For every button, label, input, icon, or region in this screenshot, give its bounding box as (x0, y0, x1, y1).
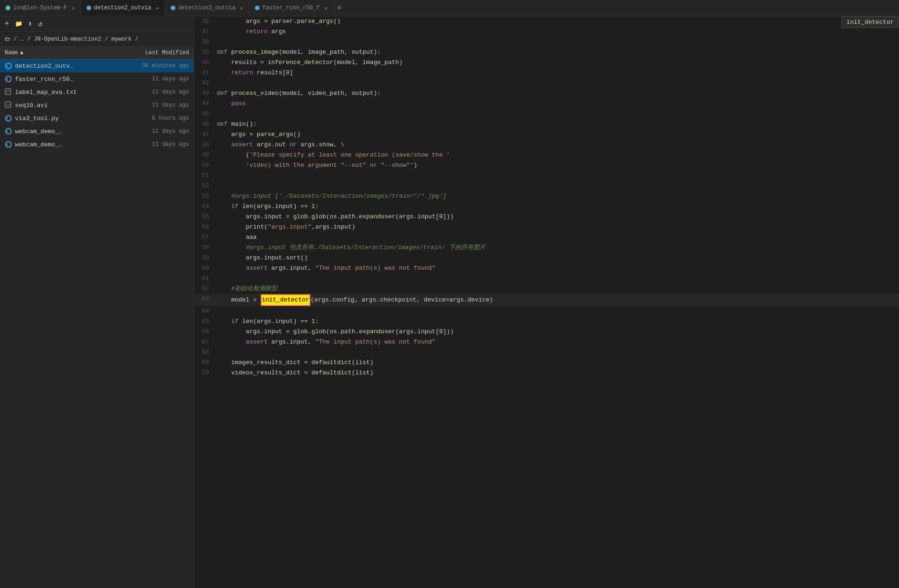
line-number: 66 (194, 327, 217, 337)
tab-label-faster-rcnn: faster_rcnn_r50_f (262, 5, 319, 11)
line-content (217, 273, 899, 284)
column-modified[interactable]: Last Modified (128, 50, 189, 56)
line-content: assert args.out or args.show, \ (217, 140, 899, 150)
tab-label-detection2-2: detection2_outvia (178, 5, 235, 11)
code-line: 52 (194, 181, 899, 191)
line-content: args.input = glob.glob(os.path.expanduse… (217, 327, 899, 337)
code-line: 62 #初始化检测模型 (194, 284, 899, 294)
line-content: def main(): (217, 119, 899, 129)
main-layout: + 📁 ⬆ ↺ 🗁 / … / JN-OpenLib-mmaction2 / m… (0, 16, 899, 588)
file-item[interactable]: AVIseq10.avi11 days ago (0, 99, 194, 112)
line-number: 50 (194, 160, 217, 171)
line-content: #args.input 包含所有./Datasets/Interaction/i… (217, 243, 899, 253)
line-content: args = parse_args() (217, 129, 899, 140)
file-name: webcam_demo_… (15, 128, 128, 135)
tab-close-detection2-2[interactable]: ✕ (240, 5, 243, 11)
code-line: 69 images_results_dict = defaultdict(lis… (194, 358, 899, 368)
tab-icon-detection2-2 (171, 6, 175, 10)
python-file-icon (5, 75, 12, 83)
code-line: 44 pass (194, 99, 899, 109)
column-modified-label: Last Modified (145, 50, 189, 56)
file-modified: 8 hours ago (128, 115, 189, 122)
line-number: 63 (194, 294, 217, 306)
code-line: 40 results = inference_detector(model, i… (194, 57, 899, 68)
tab-close-faster-rcnn[interactable]: ✕ (324, 5, 327, 11)
tab-close-detection2-1[interactable]: ✕ (156, 5, 159, 11)
svg-text:AVI: AVI (6, 104, 11, 107)
python-file-icon (5, 128, 12, 135)
line-number: 42 (194, 78, 217, 88)
file-item[interactable]: webcam_demo_…11 days ago (0, 125, 194, 138)
tab-faster-rcnn[interactable]: faster_rcnn_r50_f ✕ (249, 0, 334, 16)
file-item[interactable]: label_map_ava.txt11 days ago (0, 86, 194, 99)
code-line: 45 (194, 109, 899, 119)
line-content (217, 347, 899, 358)
line-content: if len(args.input) == 1: (217, 201, 899, 212)
code-line: 60 assert args.input, "The input path(s)… (194, 263, 899, 273)
file-name: label_map_ava.txt (15, 89, 128, 96)
svg-rect-4 (5, 89, 11, 94)
code-line: 54 if len(args.input) == 1: (194, 201, 899, 212)
line-number: 41 (194, 68, 217, 78)
line-content: aaa (217, 232, 899, 243)
tab-overflow-button[interactable]: ≡ (334, 0, 345, 16)
code-line: 48 assert args.out or args.show, \ (194, 140, 899, 150)
code-line: 65 if len(args.input) == 1: (194, 316, 899, 327)
code-line: 64 (194, 306, 899, 316)
breadcrumb-text: 🗁 / … / JN-OpenLib-mmaction2 / mywork / (5, 36, 138, 43)
file-list-header: Name ▲ Last Modified (0, 47, 194, 59)
breadcrumb: 🗁 / … / JN-OpenLib-mmaction2 / mywork / (0, 32, 194, 47)
code-line: 70 videos_results_dict = defaultdict(lis… (194, 368, 899, 378)
tab-detection2-2[interactable]: detection2_outvia ✕ (165, 0, 249, 16)
tab-terminal[interactable]: lxn@lxn-System-F ✕ (0, 0, 81, 16)
new-file-icon[interactable]: + (5, 20, 9, 28)
refresh-icon[interactable]: ↺ (38, 19, 43, 29)
sidebar-toolbar: + 📁 ⬆ ↺ (0, 16, 194, 32)
file-item[interactable]: detection2_outv…36 minutes ago (0, 59, 194, 72)
line-number: 58 (194, 243, 217, 253)
line-number: 48 (194, 140, 217, 150)
line-number: 36 (194, 16, 217, 27)
line-content: args.input = glob.glob(os.path.expanduse… (217, 212, 899, 222)
line-content (217, 306, 899, 316)
line-content (217, 181, 899, 191)
file-name: via3_tool.py (15, 115, 128, 122)
svg-point-10 (7, 118, 8, 119)
code-line: 57 aaa (194, 232, 899, 243)
column-name-label: Name (5, 50, 18, 56)
line-content: if len(args.input) == 1: (217, 316, 899, 327)
new-folder-icon[interactable]: 📁 (15, 20, 22, 28)
file-item[interactable]: via3_tool.py8 hours ago (0, 112, 194, 125)
line-content: assert args.input, "The input path(s) wa… (217, 337, 899, 347)
tab-detection2-1[interactable]: detection2_outvia ✕ (81, 0, 165, 16)
column-name[interactable]: Name ▲ (5, 50, 128, 56)
line-content: 'video) with the argument "--out" or "--… (217, 160, 899, 171)
tab-label-detection2-1: detection2_outvia (94, 5, 151, 11)
code-line: 67 assert args.input, "The input path(s)… (194, 337, 899, 347)
line-content (217, 171, 899, 181)
file-modified: 11 days ago (128, 89, 189, 95)
line-content: #初始化检测模型 (217, 284, 899, 294)
line-content: assert args.input, "The input path(s) wa… (217, 263, 899, 273)
code-line: 59 args.input.sort() (194, 253, 899, 263)
code-line: 61 (194, 273, 899, 284)
file-item[interactable]: webcam_demo_…11 days ago (0, 138, 194, 151)
code-line: 68 (194, 347, 899, 358)
line-content: def process_image(model, image_path, out… (217, 47, 899, 57)
line-number: 69 (194, 358, 217, 368)
line-number: 45 (194, 109, 217, 119)
line-content: def process_video(model, video_path, out… (217, 88, 899, 99)
tab-close-terminal[interactable]: ✕ (72, 5, 75, 11)
upload-icon[interactable]: ⬆ (28, 19, 33, 29)
tab-bar: lxn@lxn-System-F ✕ detection2_outvia ✕ d… (0, 0, 899, 16)
code-line: 37 return args (194, 27, 899, 37)
file-item[interactable]: faster_rcnn_r50…11 days ago (0, 72, 194, 86)
line-number: 44 (194, 99, 217, 109)
code-line: 41 return results[0] (194, 68, 899, 78)
file-modified: 11 days ago (128, 141, 189, 148)
tab-icon-terminal (6, 6, 10, 10)
code-content[interactable]: 36 args = parser.parse_args()37 return a… (194, 16, 899, 588)
line-number: 54 (194, 201, 217, 212)
line-content: videos_results_dict = defaultdict(list) (217, 368, 899, 378)
line-content (217, 78, 899, 88)
